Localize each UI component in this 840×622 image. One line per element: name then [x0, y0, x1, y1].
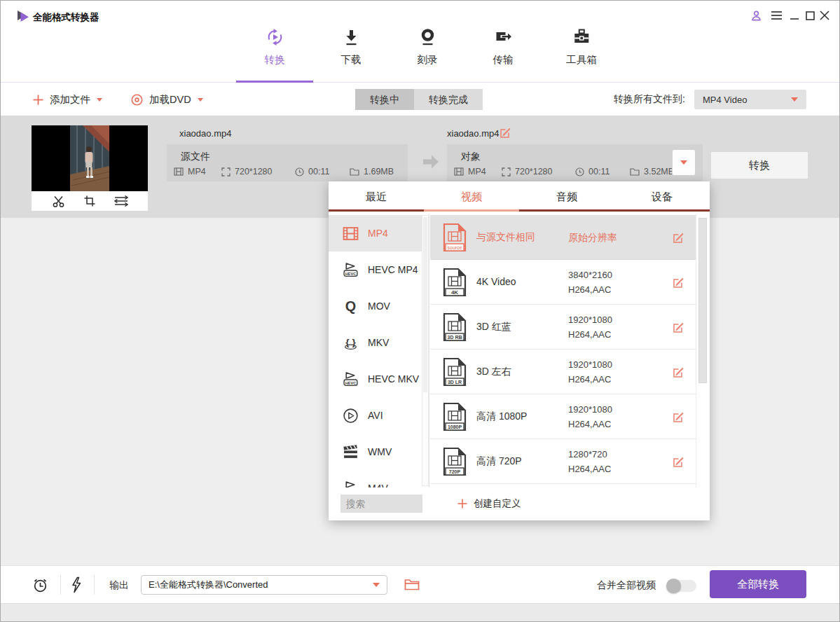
nav-label-download: 下载	[341, 53, 362, 67]
edit-preset-icon[interactable]	[673, 277, 684, 289]
maximize-icon[interactable]	[803, 8, 817, 22]
nav-tab-convert[interactable]: 转换	[265, 27, 285, 67]
target-format-dropdown-button[interactable]	[672, 149, 696, 176]
preset-row-1080p[interactable]: 1080P 高清 1080P 1920*1080H264,AAC	[430, 394, 696, 439]
chevron-down-icon	[791, 97, 798, 102]
output-label: 输出	[109, 579, 129, 592]
target-file-name: xiaodao.mp4	[447, 128, 499, 139]
preset-resolution: 1920*1080	[568, 315, 612, 325]
edit-preset-icon[interactable]	[673, 366, 684, 378]
nav-label-transfer: 传输	[493, 53, 514, 67]
target-info-items: MP4 720*1280 00:11 3.52MB	[454, 167, 674, 177]
preset-row-3d-rb[interactable]: 3D RB 3D 红蓝 1920*1080H264,AAC	[430, 305, 696, 350]
preset-codec: H264,AAC	[568, 464, 611, 474]
toggle-knob	[666, 579, 681, 593]
target-box-title: 对象	[461, 151, 481, 163]
create-custom-label: 创建自定义	[474, 497, 521, 510]
nav-tab-transfer[interactable]: 传输	[493, 27, 514, 67]
merge-videos-toggle[interactable]	[667, 580, 696, 592]
source-file-name: xiaodao.mp4	[179, 128, 231, 139]
svg-text:HEVC: HEVC	[345, 380, 356, 385]
tab-converting[interactable]: 转换中	[355, 89, 414, 110]
preset-resolution: 1920*1080	[568, 404, 612, 415]
output-path-select[interactable]: E:\全能格式转换器\Converted	[141, 575, 387, 595]
preset-3d-rb-icon: 3D RB	[443, 312, 467, 342]
nav-tab-toolbox[interactable]: 工具箱	[566, 27, 597, 67]
svg-text:HEVC: HEVC	[345, 271, 356, 275]
format-item-hevc-mp4[interactable]: HEVC HEVC MP4	[329, 251, 429, 288]
minimize-icon[interactable]	[787, 8, 801, 22]
merge-videos-label: 合并全部视频	[597, 579, 656, 592]
convert-all-button[interactable]: 全部转换	[710, 570, 806, 598]
video-thumbnail	[32, 125, 148, 211]
folder-icon	[630, 167, 640, 176]
active-tab-underline	[236, 81, 313, 83]
convert-single-button[interactable]: 转换	[711, 152, 808, 179]
rename-edit-icon[interactable]	[500, 127, 511, 139]
schedule-clock-icon[interactable]	[32, 577, 48, 593]
format-list-scrollbar[interactable]	[422, 215, 429, 486]
edit-preset-icon[interactable]	[673, 456, 684, 468]
format-item-m4v[interactable]: M4V	[329, 470, 429, 488]
preset-resolution: 3840*2160	[568, 270, 612, 280]
chevron-down-icon	[97, 98, 102, 102]
format-item-avi[interactable]: AVI	[329, 397, 429, 434]
source-format: MP4	[174, 167, 221, 177]
scrollbar-thumb[interactable]	[423, 217, 427, 392]
hevc-icon: HEVC	[341, 262, 359, 278]
tab-finished[interactable]: 转换完成	[414, 89, 483, 110]
scrollbar-thumb[interactable]	[698, 218, 707, 383]
preset-4k-icon: 4K	[443, 268, 467, 297]
preset-list-scrollbar[interactable]	[696, 214, 710, 488]
panel-tab-audio[interactable]: 音频	[519, 181, 614, 209]
preset-row-720p[interactable]: 720P 高清 720P 1280*720H264,AAC	[430, 439, 696, 484]
header: 全能格式转换器	[1, 1, 839, 83]
format-item-mp4[interactable]: MP4	[329, 215, 429, 251]
preset-row-3d-lr[interactable]: 3D LR 3D 左右 1920*1080H264,AAC	[430, 350, 696, 394]
format-item-mkv[interactable]: { } MKV	[329, 324, 429, 361]
nav-label-convert: 转换	[265, 53, 285, 67]
close-icon[interactable]	[818, 8, 832, 22]
output-path-value: E:\全能格式转换器\Converted	[149, 579, 268, 591]
target-resolution: 720*1280	[502, 167, 575, 177]
preset-row-source[interactable]: source 与源文件相同 原始分辨率	[430, 215, 696, 260]
add-file-button[interactable]: 添加文件	[33, 83, 102, 116]
panel-tab-device[interactable]: 设备	[614, 181, 710, 209]
preset-codec: H264,AAC	[568, 419, 611, 429]
load-dvd-button[interactable]: 加载DVD	[131, 83, 203, 116]
panel-bottom-bar: 创建自定义	[329, 488, 710, 520]
app-window: 全能格式转换器	[0, 0, 840, 622]
panel-tab-video[interactable]: 视频	[424, 181, 519, 209]
effects-sliders-icon[interactable]	[114, 195, 128, 207]
nav-tab-download[interactable]: 下载	[341, 27, 362, 67]
format-item-hevc-mkv[interactable]: HEVC HEVC MKV	[329, 361, 429, 397]
plus-icon	[33, 95, 43, 105]
search-input[interactable]	[340, 495, 422, 513]
edit-preset-icon[interactable]	[673, 411, 684, 423]
user-account-icon[interactable]	[749, 8, 763, 22]
convert-icon	[265, 27, 284, 47]
source-size: 1.69MB	[350, 167, 394, 177]
format-item-wmv[interactable]: WMV	[329, 434, 429, 470]
high-speed-lightning-icon[interactable]	[70, 576, 83, 593]
open-folder-icon[interactable]	[404, 578, 420, 591]
panel-tab-recent[interactable]: 最近	[329, 181, 424, 209]
crop-icon[interactable]	[83, 195, 96, 207]
menu-icon[interactable]	[769, 8, 783, 22]
edit-preset-icon[interactable]	[673, 322, 684, 333]
divider	[94, 575, 95, 595]
nav-tab-burn[interactable]: 刻录	[418, 27, 438, 67]
target-format: MP4	[454, 167, 502, 177]
output-format-select[interactable]: MP4 Video	[694, 90, 806, 109]
edit-preset-icon[interactable]	[673, 232, 684, 244]
plus-icon	[457, 499, 467, 509]
toolbox-icon	[572, 27, 591, 47]
preset-resolution: 1920*1080	[568, 359, 612, 370]
chevron-down-icon	[373, 583, 380, 587]
trim-scissors-icon[interactable]	[52, 195, 65, 208]
preset-row-4k[interactable]: 4K 4K Video 3840*2160H264,AAC	[430, 260, 696, 305]
arrow-right-icon	[422, 154, 440, 170]
resize-icon	[502, 167, 511, 177]
create-custom-button[interactable]: 创建自定义	[457, 497, 521, 510]
format-item-mov[interactable]: Q MOV	[329, 288, 429, 324]
